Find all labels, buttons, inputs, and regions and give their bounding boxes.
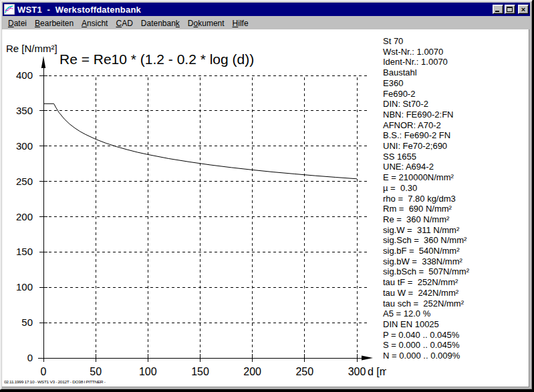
property-line: P = 0.040 .. 0.045% (383, 330, 469, 341)
menu-item-bearbeiten[interactable]: Bearbeiten (31, 17, 78, 29)
material-properties-panel: St 70Wst-Nr.: 1.0070Ident-Nr.: 1.0070Bau… (383, 36, 469, 361)
y-tick-label: 200 (16, 211, 33, 222)
close-icon: × (519, 5, 528, 14)
y-tick-label: 150 (16, 246, 33, 257)
property-line: sig.bF = 540N/mm² (383, 246, 469, 256)
property-line: UNI: Fe70-2;690 (383, 141, 469, 152)
minimize-icon (495, 11, 499, 12)
menu-item-hilfe[interactable]: Hilfe (229, 17, 253, 29)
property-line: DIN EN 10025 (383, 319, 469, 330)
property-line: S = 0.000 .. 0.045% (383, 340, 469, 351)
y-axis-arrow-icon (41, 56, 45, 68)
property-line: E360 (383, 78, 469, 89)
app-window: WST1 - Werkstoffdatenbank × DateiBearbei… (0, 0, 533, 390)
chart-canvas: 0501001502002503003504000501001502002503… (2, 29, 386, 387)
y-tick-label: 100 (16, 281, 33, 292)
property-line: Wst-Nr.: 1.0070 (383, 47, 469, 57)
property-line: AFNOR: A70-2 (383, 120, 469, 131)
window-title: WST1 - Werkstoffdatenbank (17, 5, 493, 15)
property-line: B.S.: Fe690-2 FN (383, 130, 469, 141)
property-line: sig.W = 311 N/mm² (383, 225, 469, 236)
property-line: St 70 (383, 36, 469, 47)
property-line: sig.Sch = 360 N/mm² (383, 235, 469, 246)
property-line: sig.bSch = 507N/mm² (383, 266, 469, 277)
status-line: 02.11.1999 17:10 - WST1 V3 - 2012T - DO3… (4, 380, 105, 384)
property-line: Ident-Nr.: 1.0070 (383, 57, 469, 67)
menu-item-cad[interactable]: CAD (112, 17, 136, 29)
property-line: E = 210000N/mm² (383, 172, 469, 183)
property-line: Rm = 690 N/mm² (383, 204, 469, 214)
x-tick-label: 50 (90, 366, 102, 377)
x-tick-label: 100 (139, 366, 157, 377)
x-tick-label: 300 (348, 366, 366, 377)
title-bar: WST1 - Werkstoffdatenbank × (3, 3, 530, 16)
y-tick-label: 0 (27, 352, 33, 363)
y-tick-label: 400 (16, 69, 33, 81)
property-line: tau W = 242N/mm² (383, 288, 469, 299)
x-tick-label: 0 (41, 366, 47, 377)
property-line: A5 = 12.0 % (383, 309, 469, 319)
menu-item-dokument[interactable]: Dokument (184, 17, 229, 29)
app-chart-icon (4, 4, 15, 15)
menu-item-datenbank[interactable]: Datenbank (137, 17, 184, 29)
property-line: SS 1655 (383, 152, 469, 162)
menu-bar: DateiBearbeitenAnsichtCADDatenbankDokume… (3, 17, 530, 29)
maximize-icon (507, 7, 513, 12)
x-tick-label: 200 (243, 366, 261, 377)
y-tick-label: 50 (21, 317, 33, 328)
chart-formula-title: Re = Re10 * (1.2 - 0.2 * log (d)) (59, 51, 254, 67)
chart-y-axis-label: Re [N/mm²] (6, 43, 57, 54)
property-line: sig.bW = 338N/mm² (383, 256, 469, 267)
y-tick-label: 350 (16, 105, 33, 116)
property-line: rho = 7.80 kg/dm3 (383, 194, 469, 204)
content-area: 0501001502002503003504000501001502002503… (2, 29, 529, 387)
y-tick-label: 250 (16, 176, 33, 187)
menu-item-datei[interactable]: Datei (4, 17, 31, 29)
chart-x-axis-label: d [mm] (368, 366, 386, 377)
y-tick-label: 300 (16, 140, 33, 152)
maximize-button[interactable] (505, 5, 515, 14)
property-line: Baustahl (383, 67, 469, 78)
property-line: Re = 360 N/mm² (383, 214, 469, 225)
close-button[interactable]: × (518, 5, 529, 14)
property-line: N = 0.000 .. 0.009% (383, 351, 469, 361)
minimize-button[interactable] (493, 5, 503, 14)
property-line: UNE: A694-2 (383, 162, 469, 172)
property-line: NBN: FE690-2:FN (383, 110, 469, 120)
property-line: DIN: St70-2 (383, 99, 469, 110)
property-line: µ = 0.30 (383, 183, 469, 194)
x-axis-arrow-icon (362, 356, 373, 361)
property-line: tau sch = 252N/mm² (383, 299, 469, 309)
property-line: Fe690-2 (383, 89, 469, 100)
property-line: tau tF = 252N/mm² (383, 277, 469, 288)
menu-item-ansicht[interactable]: Ansicht (78, 17, 112, 29)
x-tick-label: 250 (295, 366, 313, 377)
x-tick-label: 150 (191, 366, 209, 377)
